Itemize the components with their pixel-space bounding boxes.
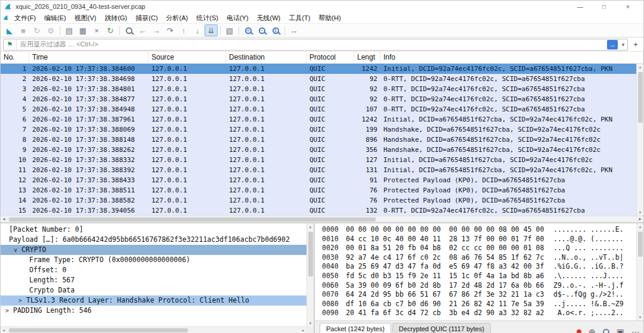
column-header-source[interactable]: Source: [148, 52, 226, 63]
go-forward-icon[interactable]: →: [150, 24, 163, 36]
hex-vertical-scrollbar[interactable]: ▴ ▾: [636, 223, 643, 320]
capture-start-fin-icon[interactable]: ◣: [3, 24, 16, 36]
detail-line[interactable]: Offset: 0: [1, 265, 306, 275]
scrollbar-thumb[interactable]: [308, 232, 313, 276]
scrollbar-thumb[interactable]: [638, 72, 643, 123]
find-packet-icon[interactable]: [122, 24, 135, 36]
hex-row[interactable]: 003092 a7 4e c4 17 6f c0 2c 08 a6 76 54 …: [322, 253, 635, 263]
reload-file-icon[interactable]: ↻: [104, 24, 117, 36]
detail-line-tls[interactable]: >TLSv1.3 Record Layer: Handshake Protoco…: [1, 295, 306, 306]
hex-row[interactable]: 0050fd 5c d0 b3 15 f9 2e 11 15 1c 0f 4a …: [322, 272, 635, 281]
detail-horizontal-scrollbar[interactable]: ◂ ▸: [1, 326, 306, 333]
column-header-no[interactable]: No.: [1, 52, 29, 63]
go-to-packet-icon[interactable]: ↷: [163, 24, 177, 36]
scroll-down-icon[interactable]: ▾: [307, 320, 314, 326]
tab-packet-bytes[interactable]: Packet (1242 bytes): [320, 323, 391, 333]
filter-apply-icon[interactable]: →: [607, 40, 618, 49]
hex-row[interactable]: 002000 01 8a 51 20 fb 04 b8 02 cc cc 00 …: [322, 244, 635, 253]
packet-row[interactable]: 3 2026-02-10 17:37:38.384801 127.0.0.1 1…: [1, 84, 643, 94]
expander-icon[interactable]: ∨: [14, 245, 21, 255]
capture-stop-icon[interactable]: ■: [17, 24, 30, 36]
menu-tools[interactable]: 工具(T): [284, 13, 314, 23]
column-header-info[interactable]: Info: [380, 52, 643, 63]
resize-columns-icon[interactable]: ↔: [287, 24, 301, 36]
packet-row[interactable]: 12 2026-02-10 17:37:38.388433 127.0.0.1 …: [1, 175, 643, 185]
filter-add-button[interactable]: +: [630, 40, 641, 49]
column-header-protocol[interactable]: Protocol: [306, 52, 354, 63]
menu-help[interactable]: 帮助(H): [314, 13, 345, 23]
more-icon[interactable]: ⋯: [631, 327, 640, 333]
column-header-length[interactable]: Lengt: [354, 52, 380, 63]
hex-row[interactable]: 0080df 10 6a cb c7 b0 d6 90 21 26 82 42 …: [322, 300, 635, 309]
menu-file[interactable]: 文件(F): [10, 13, 40, 23]
detail-line-crypto[interactable]: ∨CRYPTO: [1, 245, 306, 255]
packet-row[interactable]: 4 2026-02-10 17:37:38.384877 127.0.0.1 1…: [1, 94, 643, 104]
menu-go[interactable]: 跳转(G): [100, 13, 131, 23]
auto-scroll-icon[interactable]: ⇊: [205, 24, 218, 36]
go-back-icon[interactable]: ←: [136, 24, 149, 36]
scrollbar-thumb[interactable]: [9, 217, 376, 222]
hex-row[interactable]: 00605a 39 00 09 6f b0 2d 8b 17 2d 48 2d …: [322, 281, 635, 291]
tab-decrypted-quic[interactable]: Decrypted QUIC (1117 bytes): [392, 323, 491, 333]
detail-line[interactable]: Length: 567: [1, 275, 306, 285]
menu-view[interactable]: 视图(V): [70, 13, 101, 23]
packet-row[interactable]: 5 2026-02-10 17:37:38.384948 127.0.0.1 1…: [1, 104, 643, 114]
scroll-right-icon[interactable]: ▸: [300, 327, 306, 333]
save-file-icon[interactable]: ▦: [76, 24, 89, 36]
packet-row[interactable]: 11 2026-02-10 17:37:38.388392 127.0.0.1 …: [1, 165, 643, 175]
menu-statistics[interactable]: 统计(S): [192, 13, 222, 23]
expander-icon[interactable]: >: [5, 306, 13, 316]
open-file-icon[interactable]: ▤: [63, 24, 76, 36]
zoom-original-icon[interactable]: 1: [269, 24, 282, 36]
filter-dropdown-icon[interactable]: ▾: [619, 42, 627, 48]
last-packet-icon[interactable]: ↓: [191, 24, 204, 36]
hex-row[interactable]: 000000 00 00 00 00 00 00 00 00 00 00 00 …: [322, 225, 635, 235]
capture-options-icon[interactable]: ⚙: [44, 24, 57, 36]
capture-restart-icon[interactable]: ↻: [30, 24, 44, 36]
packet-row[interactable]: 9 2026-02-10 17:37:38.388262 127.0.0.1 1…: [1, 145, 643, 155]
packet-row[interactable]: 10 2026-02-10 17:37:38.388332 127.0.0.1 …: [1, 155, 643, 165]
scrollbar-thumb[interactable]: [638, 232, 643, 257]
column-header-destination[interactable]: Destination: [226, 52, 306, 63]
filter-bookmark-icon[interactable]: ⚑: [4, 39, 17, 50]
packet-row[interactable]: 2 2026-02-10 17:37:38.384698 127.0.0.1 1…: [1, 74, 643, 84]
scroll-up-icon[interactable]: ▴: [637, 64, 643, 70]
menu-wireless[interactable]: 无线(W): [253, 13, 285, 23]
column-header-time[interactable]: Time: [29, 52, 148, 63]
packet-row[interactable]: 13 2026-02-10 17:37:38.388511 127.0.0.1 …: [1, 185, 643, 195]
hex-row[interactable]: 0040ba 25 69 47 d3 47 fa 0d e5 69 47 f8 …: [322, 262, 635, 272]
packet-row[interactable]: 15 2026-02-10 17:37:38.394056 127.0.0.1 …: [1, 206, 643, 216]
display-filter-input[interactable]: ⚑ 应用显示过滤器 … <Ctrl-/> → ▾: [3, 39, 628, 51]
maximize-button[interactable]: □: [592, 1, 616, 13]
detail-line-padding[interactable]: >PADDING Length: 546: [1, 306, 306, 316]
zoom-in-icon[interactable]: +: [242, 24, 255, 36]
packet-row[interactable]: 1 2026-02-10 17:37:38.384600 127.0.0.1 1…: [1, 64, 643, 74]
colorize-icon[interactable]: ▧: [223, 24, 236, 36]
scroll-down-icon[interactable]: ▾: [637, 209, 643, 216]
scroll-down-icon[interactable]: ▾: [637, 314, 643, 320]
detail-vertical-scrollbar[interactable]: ▴ ▾: [306, 223, 314, 326]
record-icon[interactable]: [577, 329, 581, 333]
image-icon[interactable]: ▣: [617, 327, 624, 333]
hex-row[interactable]: 009020 41 fa 6f 3c d4 72 cb 3b e4 d2 90 …: [322, 309, 635, 318]
packet-row[interactable]: 14 2026-02-10 17:37:38.388582 127.0.0.1 …: [1, 195, 643, 206]
detail-line[interactable]: Crypto Data: [1, 285, 306, 295]
hex-row[interactable]: 007064 24 2d 95 bb 66 51 67 67 86 2f 3e …: [322, 290, 635, 300]
scroll-right-icon[interactable]: ▸: [637, 216, 643, 222]
detail-line[interactable]: Frame Type: CRYPTO (0x0000000000000006): [1, 255, 306, 265]
first-packet-icon[interactable]: ↑: [177, 24, 190, 36]
minimize-button[interactable]: —: [568, 1, 592, 13]
scroll-left-icon[interactable]: ◂: [1, 216, 7, 222]
menu-edit[interactable]: 编辑(E): [40, 13, 70, 23]
packet-row[interactable]: 8 2026-02-10 17:37:38.388148 127.0.0.1 1…: [1, 135, 643, 145]
detail-line[interactable]: [Packet Number: 0]: [1, 225, 306, 235]
packet-list-vertical-scrollbar[interactable]: ▴ ▾: [636, 64, 643, 216]
menu-telephony[interactable]: 电话(Y): [222, 13, 253, 23]
crosshair-icon[interactable]: ⊕: [589, 327, 596, 333]
close-button[interactable]: ×: [616, 1, 640, 13]
packet-list-horizontal-scrollbar[interactable]: ◂ ▸: [1, 216, 643, 222]
menu-analyze[interactable]: 分析(A): [162, 13, 193, 23]
close-file-icon[interactable]: ×: [90, 24, 103, 36]
packet-row[interactable]: 6 2026-02-10 17:37:38.387961 127.0.0.1 1…: [1, 114, 643, 125]
expander-icon[interactable]: >: [18, 295, 26, 306]
